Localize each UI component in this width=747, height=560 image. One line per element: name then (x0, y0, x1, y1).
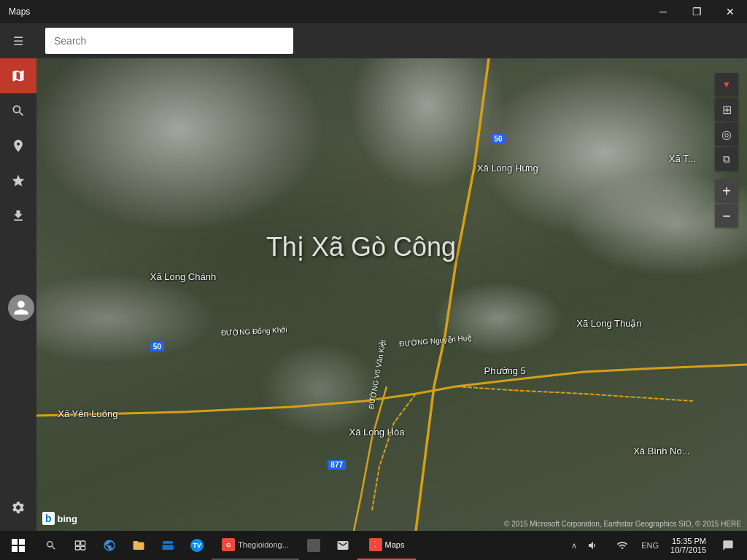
svg-rect-6 (75, 546, 80, 550)
taskbar-clock: 15:35 PM 10/7/2015 (665, 537, 712, 554)
map-controls: ▼ ⊞ ◎ ⧉ + − (715, 73, 738, 228)
start-button[interactable] (0, 531, 36, 560)
sidebar: ☰ (0, 23, 36, 531)
maximize-button[interactable]: ❐ (680, 0, 713, 23)
aerial-view-button[interactable]: ▼ (715, 73, 738, 96)
notification-icon: ∧ (571, 541, 577, 551)
svg-rect-4 (75, 541, 80, 545)
search-input[interactable] (45, 28, 293, 54)
taskbar-right: ∧ ENG 15:35 PM 10/7/2015 (571, 531, 747, 560)
folder-icon (132, 539, 145, 552)
blank-app-icon (307, 539, 320, 552)
thegioidong-button[interactable]: G Thegioidong... (212, 531, 299, 560)
zoom-in-button[interactable]: + (715, 179, 738, 203)
titlebar-title: Maps (0, 7, 30, 17)
network-button[interactable] (609, 531, 635, 560)
zoom-out-button[interactable]: − (715, 204, 738, 228)
svg-rect-2 (12, 546, 18, 552)
thegioidong-label: Thegioidong... (238, 540, 289, 549)
edge-icon (103, 539, 116, 552)
bing-logo: b bing (42, 512, 77, 525)
roads-overlay (36, 58, 747, 531)
sidebar-item-search[interactable] (0, 93, 36, 128)
search-icon (11, 104, 26, 118)
language-indicator: ENG (638, 541, 662, 550)
sidebar-item-favorites[interactable] (0, 163, 36, 198)
store-button[interactable] (153, 531, 182, 560)
maps-taskbar-icon: 📍 (369, 538, 382, 551)
svg-rect-1 (19, 539, 25, 545)
taskbar-search-icon (45, 540, 57, 551)
teamviewer-icon: TV (190, 539, 204, 552)
settings-icon (11, 500, 26, 515)
bing-label: bing (58, 513, 77, 524)
notification-center-button[interactable] (715, 531, 741, 560)
windows-icon (12, 539, 25, 552)
search-bar (36, 23, 747, 58)
store-icon (161, 539, 174, 552)
file-explorer-button[interactable] (124, 531, 153, 560)
svg-rect-3 (19, 546, 25, 552)
svg-rect-7 (81, 546, 85, 550)
clock-time: 15:35 PM (670, 537, 706, 545)
sidebar-menu-button[interactable]: ☰ (0, 23, 36, 58)
clock-date: 10/7/2015 (670, 545, 706, 554)
sidebar-settings-button[interactable] (0, 490, 36, 525)
user-avatar[interactable] (8, 295, 34, 321)
maps-taskbar-button[interactable]: 📍 Maps (357, 531, 416, 560)
grid-view-button[interactable]: ⊞ (715, 98, 738, 121)
notification-center-icon (722, 540, 734, 551)
volume-button[interactable] (580, 531, 606, 560)
thegioidong-icon: G (222, 538, 235, 551)
volume-icon (587, 540, 599, 551)
close-button[interactable]: ✕ (713, 0, 747, 23)
network-icon (616, 540, 628, 551)
copyright-text: © 2015 Microsoft Corporation, Earthstar … (504, 520, 741, 528)
sidebar-item-downloads[interactable] (0, 198, 36, 233)
maps-taskbar-label: Maps (385, 540, 405, 549)
avatar-icon (12, 299, 30, 316)
edge-button[interactable] (95, 531, 124, 560)
svg-rect-0 (12, 539, 18, 545)
sidebar-item-directions[interactable] (0, 128, 36, 163)
blank-app-button[interactable] (299, 531, 328, 560)
taskbar: TV G Thegioidong... 📍 Maps ∧ (0, 531, 747, 560)
mail-icon (336, 539, 349, 552)
titlebar: Maps ─ ❐ ✕ (0, 0, 747, 23)
location-icon (11, 139, 26, 153)
layers-button[interactable]: ⧉ (715, 147, 738, 171)
taskbar-search-button[interactable] (36, 531, 66, 560)
task-view-icon (74, 540, 86, 551)
gps-button[interactable]: ◎ (715, 122, 738, 146)
titlebar-controls: ─ ❐ ✕ (646, 0, 747, 23)
map-view[interactable]: Thị Xã Gò Công Xã Long Hưng Xã Long Chán… (36, 58, 747, 531)
mail-button[interactable] (328, 531, 357, 560)
bing-icon: b (42, 512, 55, 525)
sidebar-item-map[interactable] (0, 58, 36, 93)
download-icon (11, 209, 26, 223)
hamburger-icon: ☰ (13, 34, 23, 48)
task-view-button[interactable] (66, 531, 95, 560)
map-icon (11, 69, 26, 83)
star-icon (11, 174, 26, 188)
minimize-button[interactable]: ─ (646, 0, 680, 23)
svg-rect-5 (81, 541, 85, 545)
teamviewer-button[interactable]: TV (182, 531, 212, 560)
